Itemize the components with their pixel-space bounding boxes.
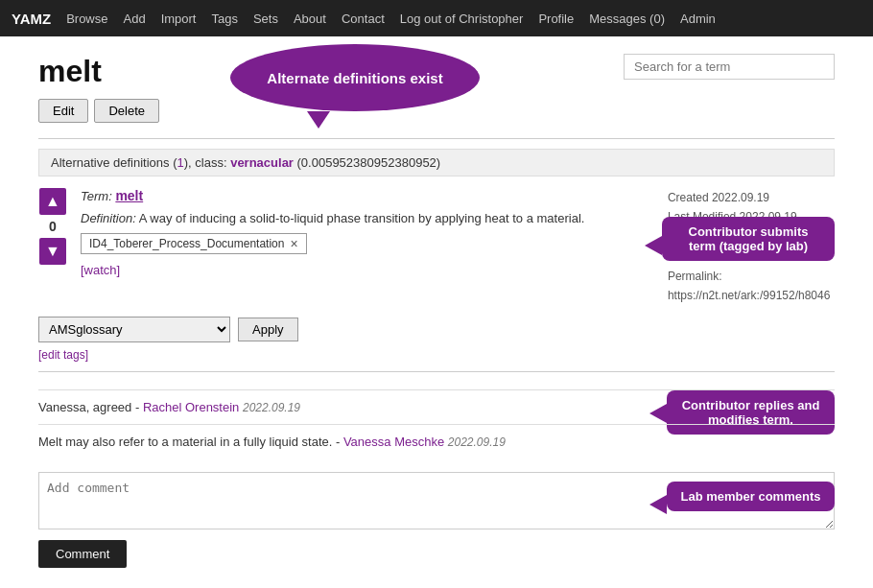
alt-def-text: Alternative definitions (1), class: vern… — [51, 155, 440, 170]
edit-button[interactable]: Edit — [38, 99, 88, 123]
tags-select[interactable]: AMSglossary Other Tag 1 Other Tag 2 — [38, 317, 230, 342]
comments-section: Vanessa, agreed - Rachel Orenstein 2022.… — [38, 389, 835, 568]
nav-browse[interactable]: Browse — [66, 12, 107, 26]
tag-chip: ID4_Toberer_Process_Documentation × — [81, 233, 307, 254]
nav-profile[interactable]: Profile — [538, 12, 574, 26]
term-name-link[interactable]: melt — [115, 188, 143, 203]
nav-sets[interactable]: Sets — [253, 12, 278, 26]
nav-contact[interactable]: Contact — [342, 12, 385, 26]
nav-bar: YAMZ Browse Add Import Tags Sets About C… — [0, 0, 873, 36]
delete-button[interactable]: Delete — [94, 99, 159, 123]
comment-1-timestamp: 2022.09.19 — [243, 401, 300, 414]
tags-row: AMSglossary Other Tag 1 Other Tag 2 Appl… — [38, 317, 835, 342]
comment-2-text: Melt may also refer to a material in a f… — [38, 435, 343, 449]
created-label: Created — [668, 191, 709, 204]
vote-up-button[interactable]: ▲ — [39, 188, 66, 215]
apply-button[interactable]: Apply — [238, 318, 298, 341]
vote-count: 0 — [49, 219, 57, 234]
nav-messages[interactable]: Messages (0) — [589, 12, 665, 26]
alt-score: (0.005952380952380952) — [294, 155, 440, 170]
header-row: melt Alternate definitions exist — [38, 54, 835, 89]
created-date: 2022.09.19 — [712, 191, 769, 204]
comment-2-author[interactable]: Vanessa Meschke — [343, 435, 444, 449]
main-page: melt Alternate definitions exist Edit De… — [19, 36, 854, 588]
vote-column: ▲ 0 ▼ — [38, 188, 67, 305]
watch-link[interactable]: [watch] — [81, 263, 120, 277]
definition-line: Definition: A way of inducing a solid-to… — [81, 211, 654, 225]
nav-admin[interactable]: Admin — [680, 12, 716, 26]
brand-logo: YAMZ — [12, 11, 51, 27]
tag-remove-button[interactable]: × — [290, 236, 297, 251]
created-line: Created 2022.09.19 — [668, 188, 835, 207]
nav-add[interactable]: Add — [123, 12, 145, 26]
permalink-url[interactable]: https://n2t.net/ark:/99152/h8046 — [668, 289, 830, 302]
tag-chip-label: ID4_Toberer_Process_Documentation — [89, 237, 284, 250]
alt-class-label: vernacular — [230, 155, 294, 170]
vote-down-button[interactable]: ▼ — [39, 238, 66, 265]
alt-definitions-bubble: Alternate definitions exist — [230, 44, 480, 111]
edit-tags-link[interactable]: [edit tags] — [38, 348, 88, 362]
comment-1-author[interactable]: Rachel Orenstein — [143, 400, 239, 414]
comment-1-text: Vanessa, agreed - — [38, 400, 143, 414]
lab-member-bubble: Lab member comments — [667, 482, 835, 511]
nav-tags[interactable]: Tags — [211, 12, 237, 26]
edit-tags-wrapper: [edit tags] — [38, 346, 835, 362]
nav-about[interactable]: About — [294, 12, 326, 26]
divider-2 — [38, 371, 835, 372]
contributor-bubble: Contributor submits term (tagged by lab) — [662, 217, 835, 261]
definition-text: A way of inducing a solid-to-liquid phas… — [139, 211, 585, 225]
nav-import[interactable]: Import — [161, 12, 197, 26]
def-label: Definition: — [81, 211, 136, 225]
comment-submit-button[interactable]: Comment — [38, 540, 127, 568]
term-label: Term: — [81, 189, 112, 203]
add-comment-section: Lab member comments Comment — [38, 472, 835, 568]
page-title: melt — [38, 54, 102, 89]
term-entry: ▲ 0 ▼ Term: melt Definition: A way of in… — [38, 188, 835, 305]
permalink-label: Permalink: — [668, 270, 722, 283]
alt-def-count-link[interactable]: 1 — [177, 155, 184, 170]
nav-logout[interactable]: Log out of Christopher — [400, 12, 524, 26]
comment-row-1: Vanessa, agreed - Rachel Orenstein 2022.… — [38, 389, 835, 424]
comment-2-timestamp: 2022.09.19 — [448, 435, 506, 449]
alt-definitions-banner: Alternative definitions (1), class: vern… — [38, 149, 835, 176]
term-line: Term: melt — [81, 188, 654, 203]
search-input[interactable] — [624, 54, 835, 80]
term-content: Term: melt Definition: A way of inducing… — [81, 188, 654, 305]
permalink-line: Permalink: https://n2t.net/ark:/99152/h8… — [668, 267, 835, 306]
comment-row-2: Melt may also refer to a material in a f… — [38, 424, 835, 459]
divider-1 — [38, 138, 835, 139]
